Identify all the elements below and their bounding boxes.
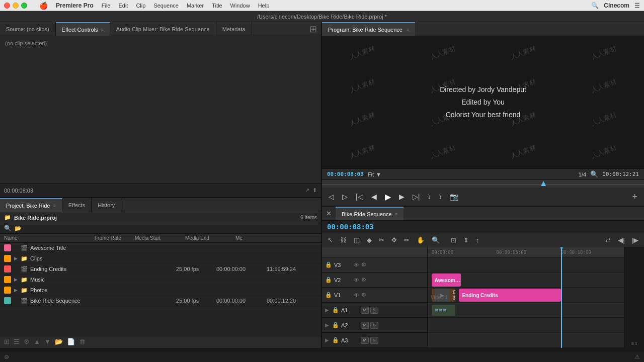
v3-vis-icon[interactable]: 👁 [354, 262, 359, 268]
menu-edit[interactable]: Edit [118, 3, 128, 9]
menu-window[interactable]: Window [230, 3, 250, 9]
list-item[interactable]: ▶ 📁 Music [0, 275, 321, 285]
menu-clip[interactable]: Clip [136, 3, 145, 9]
timeline-ruler[interactable]: 00:00:00 00:00:05:00 00:00:10:00 [428, 247, 624, 257]
clip-awesome-title[interactable]: Awesom… [432, 274, 461, 287]
tab-project[interactable]: Project: Bike Ride ≡ [0, 198, 62, 212]
program-progress-bar[interactable] [322, 179, 644, 188]
timeline-tab-menu-icon[interactable]: ≡ [395, 212, 397, 217]
expand-icon[interactable]: ▶ [14, 277, 19, 282]
effect-controls-menu-icon[interactable]: ≡ [101, 27, 104, 32]
project-tab-icon[interactable]: ≡ [53, 203, 55, 208]
overwrite-button[interactable]: ⤵ [436, 192, 444, 201]
expand-tracks[interactable]: ⇕ [461, 235, 471, 245]
tab-timeline[interactable]: Bike Ride Sequence ≡ [336, 207, 404, 220]
a1-mute-btn[interactable]: M [361, 307, 369, 314]
mark-out-button[interactable]: ▷ [340, 191, 350, 202]
arrow-up-icon[interactable]: ▲ [34, 338, 40, 345]
fit-selector[interactable]: Fit ▼ [368, 171, 381, 177]
menu-file[interactable]: File [102, 3, 111, 9]
minimize-button[interactable] [13, 3, 19, 9]
timeline-close-icon[interactable]: ✕ [322, 207, 336, 220]
razor-tool[interactable]: ✂ [376, 235, 387, 245]
list-item[interactable]: 🎬 Ending Credits 25,00 fps 00:00:00:00 1… [0, 264, 321, 275]
program-tab-menu-icon[interactable]: ≡ [407, 27, 409, 32]
go-to-out-button[interactable]: ▷| [410, 191, 423, 202]
v3-lock-icon[interactable]: 🔒 [325, 261, 332, 268]
clip-audio-a1[interactable]: ≋≋≋ [432, 305, 455, 316]
step-back-button[interactable]: ◀ [369, 191, 379, 202]
v2-vis-icon[interactable]: 👁 [354, 277, 359, 283]
list-item[interactable]: ▶ 📁 Photos [0, 285, 321, 296]
v1-settings-icon[interactable]: ⚙ [361, 292, 366, 298]
search-icon[interactable]: 🔍 [591, 2, 599, 9]
tab-program[interactable]: Program: Bike Ride Sequence ≡ [322, 22, 415, 36]
go-to-in-button[interactable]: |◁ [353, 191, 366, 202]
list-item[interactable]: 🎬 Bike Ride Sequence 25,00 fps 00:00:00:… [0, 296, 321, 306]
select-tool[interactable]: ↖ [325, 235, 336, 245]
a3-mute-btn[interactable]: M [361, 337, 369, 344]
a1-lock-icon[interactable]: 🔒 [332, 307, 339, 313]
menu-marker[interactable]: Marker [187, 3, 204, 9]
tab-effect-controls[interactable]: Effect Controls ≡ [56, 22, 110, 36]
new-bin-icon[interactable]: 📂 [55, 338, 63, 345]
menu-title[interactable]: Title [212, 3, 222, 9]
list-item[interactable]: ▶ 📁 Clips [0, 253, 321, 264]
apple-menu[interactable]: 🍎 [39, 2, 48, 10]
a3-expand-icon[interactable]: ▶ [325, 337, 330, 343]
menu-sequence[interactable]: Sequence [153, 3, 179, 9]
warning-icon[interactable]: ⚠ [634, 353, 640, 360]
track-settings[interactable]: ⇄ [603, 235, 613, 245]
v1-vis-icon[interactable]: 👁 [354, 292, 359, 298]
nudge-left[interactable]: ◀| [615, 235, 627, 245]
v3-settings-icon[interactable]: ⚙ [361, 261, 366, 268]
clip-ending-credits[interactable]: Ending Credits [459, 289, 561, 302]
v1-lock-icon[interactable]: 🔒 [325, 292, 332, 298]
a1-solo-btn[interactable]: S [370, 307, 378, 314]
close-button[interactable] [4, 3, 10, 9]
tab-effects[interactable]: Effects [62, 198, 92, 212]
tab-metadata[interactable]: Metadata [216, 22, 252, 36]
play-button[interactable]: ▶ [382, 191, 393, 203]
a1-expand-icon[interactable]: ▶ [325, 307, 330, 313]
window-controls[interactable] [4, 3, 27, 9]
track-height[interactable]: ↕ [473, 235, 482, 245]
export-icon[interactable]: ⬆ [312, 187, 317, 194]
new-item-icon[interactable]: 📄 [67, 338, 75, 345]
timeline-playhead[interactable] [561, 247, 562, 348]
new-folder-icon[interactable]: 📂 [15, 225, 22, 232]
view-icon[interactable]: ⊞ [4, 338, 10, 345]
a3-lock-icon[interactable]: 🔒 [332, 337, 339, 343]
a3-solo-btn[interactable]: S [370, 337, 378, 344]
list-view-icon[interactable]: ☰ [14, 338, 20, 345]
expand-icon[interactable]: ▶ [14, 288, 19, 293]
pen-tool[interactable]: ✏ [401, 235, 412, 245]
a2-mute-btn[interactable]: M [361, 322, 369, 329]
move-tool[interactable]: ✥ [389, 235, 399, 245]
step-forward-button[interactable]: ▶ [396, 191, 407, 202]
settings-icon[interactable]: ⚙ [24, 338, 30, 345]
send-to-timeline-icon[interactable]: ↗ [305, 187, 309, 194]
linked-select-icon[interactable]: ⛓ [338, 235, 349, 245]
arrow-down-icon[interactable]: ▼ [44, 338, 51, 345]
nudge-right[interactable]: |▶ [629, 235, 641, 245]
v2-lock-icon[interactable]: 🔒 [325, 277, 332, 283]
a2-lock-icon[interactable]: 🔒 [332, 322, 339, 328]
expand-icon[interactable]: ▶ [14, 256, 19, 261]
insert-button[interactable]: ⤵ [425, 192, 433, 201]
a2-solo-btn[interactable]: S [370, 322, 378, 329]
zoom-icon[interactable]: 🔍 [590, 170, 598, 178]
fit-to-frame[interactable]: ⊡ [448, 235, 459, 245]
export-frame-button[interactable]: 📷 [447, 191, 461, 202]
ripple-tool[interactable]: ◫ [351, 235, 362, 245]
hand-tool[interactable]: ✋ [414, 235, 427, 245]
tab-audio-mixer[interactable]: Audio Clip Mixer: Bike Ride Sequence [110, 22, 216, 36]
v2-settings-icon[interactable]: ⚙ [361, 277, 366, 283]
menu-help[interactable]: Help [258, 3, 270, 9]
tab-history[interactable]: History [92, 198, 121, 212]
add-button[interactable]: + [629, 190, 640, 204]
zoom-tool[interactable]: 🔍 [429, 235, 442, 245]
marker-tool[interactable]: ◆ [364, 235, 374, 245]
tab-source[interactable]: Source: (no clips) [0, 22, 56, 36]
maximize-button[interactable] [21, 3, 27, 9]
